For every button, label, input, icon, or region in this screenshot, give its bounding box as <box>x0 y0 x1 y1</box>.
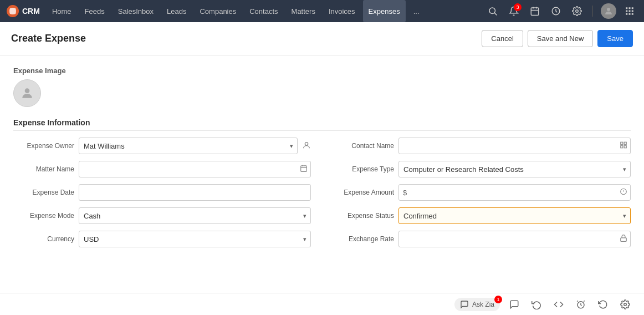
expense-type-label: Expense Type <box>333 165 394 173</box>
undo-icon[interactable] <box>595 297 611 312</box>
brand-name: CRM <box>22 7 40 16</box>
form-grid: Expense Owner Mat Williams Contact Name … <box>13 138 631 247</box>
nav-expenses[interactable]: Expenses <box>363 0 406 22</box>
calendar-button[interactable] <box>527 3 543 19</box>
expense-mode-select[interactable]: Cash <box>79 207 311 224</box>
svg-rect-31 <box>621 238 627 241</box>
contact-name-label: Contact Name <box>333 142 394 150</box>
nav-contacts[interactable]: Contacts <box>244 0 283 22</box>
expense-owner-select[interactable]: Mat Williams <box>79 138 298 154</box>
expense-type-select[interactable]: Computer or Research Related Costs <box>398 161 631 177</box>
svg-point-19 <box>305 142 308 145</box>
page-title: Create Expense <box>11 33 86 44</box>
svg-point-18 <box>25 88 30 93</box>
expense-mode-wrap: Cash <box>79 207 311 224</box>
expense-image-label: Expense Image <box>13 67 631 75</box>
contact-name-wrap: Ryan Harris <box>398 138 631 154</box>
ask-zia-button[interactable]: Ask Zia 1 <box>454 298 500 311</box>
settings-bottom-icon[interactable] <box>617 297 633 312</box>
svg-point-8 <box>607 8 610 11</box>
svg-rect-11 <box>632 7 633 9</box>
save-and-new-button[interactable]: Save and New <box>528 30 594 47</box>
svg-rect-12 <box>626 11 627 12</box>
top-navigation: CRM Home Feeds SalesInbox Leads Companie… <box>0 0 644 22</box>
exchange-rate-row: Exchange Rate 1.000000000 <box>333 231 631 247</box>
form-body: Expense Image Expense Information Expens… <box>0 55 644 258</box>
search-button[interactable] <box>485 3 500 19</box>
exchange-rate-lock-icon <box>620 235 627 244</box>
image-upload-button[interactable] <box>13 79 41 107</box>
exchange-rate-label: Exchange Rate <box>333 235 394 243</box>
nav-feeds[interactable]: Feeds <box>79 0 110 22</box>
chat-icon[interactable] <box>507 297 522 312</box>
expense-amount-info-icon[interactable] <box>620 188 627 197</box>
contact-name-input[interactable]: Ryan Harris <box>398 138 631 154</box>
nav-companies[interactable]: Companies <box>194 0 242 22</box>
expense-mode-row: Expense Mode Cash <box>13 207 311 224</box>
svg-point-7 <box>576 10 579 13</box>
grid-menu-button[interactable] <box>622 3 637 19</box>
svg-rect-16 <box>629 13 631 15</box>
expense-mode-label: Expense Mode <box>13 212 74 220</box>
nav-home[interactable]: Home <box>47 0 77 22</box>
page-header: Create Expense Cancel Save and New Save <box>0 22 644 55</box>
currency-label: Currency <box>13 235 74 243</box>
matter-name-input[interactable]: (M-42) GF Associations - Bankruptcy <box>79 161 311 177</box>
contact-name-row: Contact Name Ryan Harris <box>333 138 631 154</box>
expense-owner-person-icon[interactable] <box>302 141 311 151</box>
svg-rect-13 <box>629 11 631 12</box>
settings-button[interactable] <box>569 3 585 19</box>
ask-zia-badge: 1 <box>494 296 502 303</box>
bottom-bar: Ask Zia 1 <box>0 293 644 315</box>
exchange-rate-input[interactable]: 1.000000000 <box>398 231 631 247</box>
header-actions: Cancel Save and New Save <box>482 30 633 47</box>
contact-name-icon[interactable] <box>620 141 627 151</box>
clock-button[interactable] <box>548 3 564 19</box>
expense-amount-input[interactable]: 50 <box>398 184 631 201</box>
matter-name-row: Matter Name (M-42) GF Associations - Ban… <box>13 161 311 177</box>
nav-salesinbox[interactable]: SalesInbox <box>113 0 159 22</box>
notification-badge: 3 <box>514 3 522 11</box>
history-icon[interactable] <box>529 297 544 312</box>
expense-amount-wrap: $ 50 <box>398 184 631 201</box>
currency-wrap: USD <box>79 231 311 247</box>
expense-date-input[interactable]: Dec 17, 2021 <box>79 184 311 201</box>
svg-rect-21 <box>624 142 626 144</box>
nav-matters[interactable]: Matters <box>286 0 321 22</box>
currency-symbol: $ <box>403 189 407 197</box>
user-avatar[interactable] <box>601 3 616 19</box>
expense-owner-wrap: Mat Williams <box>79 138 298 154</box>
svg-rect-24 <box>301 166 307 172</box>
expense-date-row: Expense Date Dec 17, 2021 <box>13 184 311 201</box>
expense-owner-label: Expense Owner <box>13 142 74 150</box>
code-icon[interactable] <box>551 297 566 312</box>
nav-invoices[interactable]: Invoices <box>323 0 361 22</box>
exchange-rate-wrap: 1.000000000 <box>398 231 631 247</box>
alarm-icon[interactable] <box>573 297 589 312</box>
currency-select[interactable]: USD <box>79 231 311 247</box>
save-button[interactable]: Save <box>597 30 633 47</box>
svg-rect-9 <box>626 7 627 9</box>
svg-rect-14 <box>632 11 633 12</box>
expense-amount-row: Expense Amount $ 50 <box>333 184 631 201</box>
svg-rect-17 <box>632 13 633 15</box>
expense-date-wrap: Dec 17, 2021 <box>79 184 311 201</box>
logo-icon <box>7 5 19 17</box>
svg-rect-22 <box>621 146 623 148</box>
cancel-button[interactable]: Cancel <box>482 30 523 47</box>
expense-type-row: Expense Type Computer or Research Relate… <box>333 161 631 177</box>
nav-more[interactable]: ... <box>408 0 425 22</box>
svg-rect-23 <box>624 146 626 148</box>
expense-information-title: Expense Information <box>13 118 631 131</box>
matter-name-icon[interactable] <box>300 165 308 174</box>
notifications-button[interactable]: 3 <box>506 3 522 19</box>
expense-status-wrap: Confirmed <box>398 207 631 224</box>
nav-leads[interactable]: Leads <box>161 0 192 22</box>
expense-image-section: Expense Image <box>13 67 631 107</box>
expense-status-select[interactable]: Confirmed <box>398 207 631 224</box>
brand-logo[interactable]: CRM <box>7 5 40 17</box>
currency-row: Currency USD <box>13 231 311 247</box>
svg-line-1 <box>494 13 497 15</box>
svg-rect-10 <box>629 7 631 9</box>
expense-type-wrap: Computer or Research Related Costs <box>398 161 631 177</box>
